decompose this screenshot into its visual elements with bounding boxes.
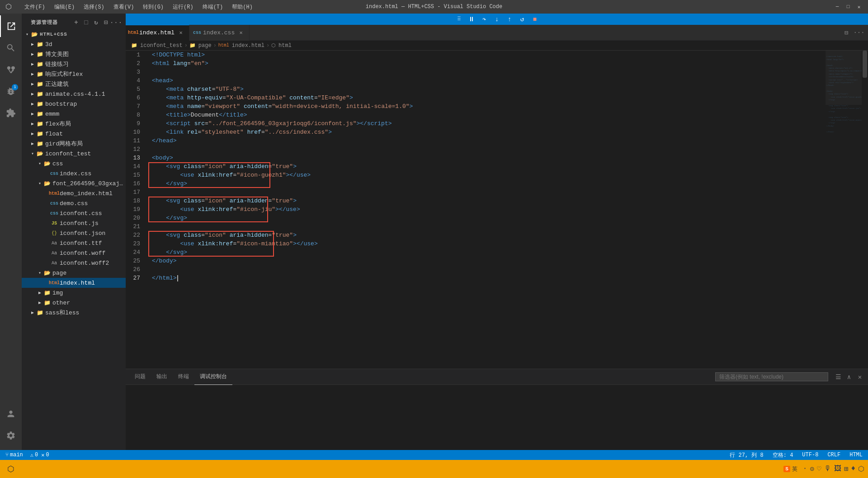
activity-debug[interactable]: 1: [0, 80, 22, 102]
status-language[interactable]: HTML: [848, 450, 864, 460]
tree-item-xiangying[interactable]: ▶ 📁 响应式和flex: [22, 69, 126, 79]
taskbar-sougou[interactable]: S 英: [780, 464, 801, 474]
split-editor-right[interactable]: ⊟: [841, 27, 852, 38]
more-tab-actions[interactable]: ···: [854, 27, 864, 38]
status-eol[interactable]: CRLF: [826, 450, 842, 460]
panel-tab-terminal[interactable]: 终端: [173, 369, 194, 385]
tree-item-bowenmeitu[interactable]: ▶ 📁 博文美图: [22, 49, 126, 59]
tree-root[interactable]: ▾ 📂 HTML+CSS: [22, 29, 126, 39]
tree-item-iconfont-woff2[interactable]: ▶ Aa iconfont.woff2: [22, 258, 126, 268]
close-button[interactable]: ✕: [855, 3, 863, 10]
tree-item-page-folder[interactable]: ▾ 📂 page: [22, 268, 126, 278]
new-file-button[interactable]: +: [72, 19, 80, 27]
tab-index-css[interactable]: css index.css ✕: [189, 25, 250, 41]
activity-settings[interactable]: [0, 425, 22, 446]
tree-item-iconfont-js[interactable]: ▶ JS iconfont.js: [22, 218, 126, 228]
debug-step-over[interactable]: ↷: [480, 15, 489, 24]
tab-close-index-css[interactable]: ✕: [237, 29, 245, 36]
status-position[interactable]: 行 27, 列 8: [728, 450, 765, 460]
tree-item-animate[interactable]: ▶ 📁 animate.css-4.1.1: [22, 89, 126, 99]
tree-item-iconfont-ttf[interactable]: ▶ Aa iconfont.ttf: [22, 238, 126, 248]
debug-restart[interactable]: ↺: [518, 15, 527, 24]
panel-action-collapse[interactable]: ∧: [844, 372, 854, 381]
taskbar-icon-4[interactable]: 🎙: [824, 464, 831, 473]
taskbar-icon-2[interactable]: ⊙: [810, 464, 814, 473]
minimize-button[interactable]: ─: [834, 3, 841, 10]
tree-item-iconfont-woff[interactable]: ▶ Aa iconfont.woff: [22, 248, 126, 258]
panel-action-list[interactable]: ☰: [834, 372, 843, 381]
menu-file[interactable]: 文件(F): [21, 2, 49, 12]
tree-item-bootstrap[interactable]: ▶ 📁 bootstrap: [22, 99, 126, 109]
activity-search[interactable]: [0, 37, 22, 59]
tree-item-emmm[interactable]: ▶ 📁 emmm: [22, 109, 126, 119]
activity-account[interactable]: [0, 403, 22, 425]
collapse-button[interactable]: ⊟: [102, 19, 110, 27]
activity-explorer[interactable]: [0, 15, 22, 37]
new-folder-button[interactable]: □: [82, 19, 90, 27]
code-area[interactable]: <!DOCTYPE html> <html lang="en"> <head> …: [148, 51, 826, 369]
taskbar-icon-8[interactable]: ⬡: [858, 464, 864, 473]
line-num-10: 10: [126, 128, 145, 136]
debug-step-out[interactable]: ↑: [505, 15, 514, 24]
tree-item-iconfont-css[interactable]: ▶ css iconfont.css: [22, 208, 126, 218]
status-errors[interactable]: ⚠ 0 ✕ 0: [28, 450, 51, 460]
status-branch[interactable]: ⑂ main: [4, 450, 25, 460]
status-indent[interactable]: 空格: 4: [771, 450, 795, 460]
drag-handle[interactable]: ⠿: [454, 15, 463, 24]
taskbar-icon-6[interactable]: ⊞: [844, 464, 849, 473]
refresh-button[interactable]: ↻: [92, 19, 100, 27]
breadcrumb-html[interactable]: html: [278, 42, 292, 49]
more-actions[interactable]: ···: [112, 19, 120, 27]
tree-item-index-css[interactable]: ▶ css index.css: [22, 169, 126, 178]
tree-item-other-folder[interactable]: ▶ 📁 other: [22, 298, 126, 308]
breadcrumb-iconfont-test[interactable]: iconfont_test: [140, 42, 183, 49]
taskbar-icon-7[interactable]: ♦: [851, 464, 855, 473]
breadcrumb-page[interactable]: page: [198, 42, 212, 49]
tree-item-iconfont-json[interactable]: ▶ {} iconfont.json: [22, 228, 126, 238]
taskbar-icon-1[interactable]: ·: [803, 464, 807, 473]
panel-action-close[interactable]: ✕: [855, 372, 864, 381]
activity-scm[interactable]: [0, 59, 22, 80]
panel-tab-debug[interactable]: 调试控制台: [194, 369, 232, 385]
tree-item-img-folder[interactable]: ▶ 📁 img: [22, 288, 126, 298]
tree-item-demo-css[interactable]: ▶ css demo.css: [22, 198, 126, 208]
icon-iconfont-json: {}: [51, 230, 58, 237]
tree-item-iconfont-test[interactable]: ▾ 📂 iconfont_test: [22, 149, 126, 159]
tree-item-demo-index[interactable]: ▶ html demo_index.html: [22, 188, 126, 198]
menu-view[interactable]: 查看(V): [110, 2, 138, 12]
tree-item-lianjie[interactable]: ▶ 📁 链接练习: [22, 59, 126, 69]
filter-input[interactable]: [715, 372, 828, 381]
maximize-button[interactable]: □: [844, 3, 852, 10]
breadcrumb-index-html[interactable]: index.html: [232, 42, 264, 49]
tree-item-font-folder[interactable]: ▾ 📂 font_2664596_03gxajr1oqg6: [22, 178, 126, 188]
tree-item-zhengda[interactable]: ▶ 📁 正达建筑: [22, 79, 126, 89]
tree-item-gird[interactable]: ▶ 📁 gird网格布局: [22, 139, 126, 149]
tree-item-index-html[interactable]: ▶ html index.html: [22, 278, 126, 288]
code-line-1: <!DOCTYPE html>: [152, 51, 826, 59]
tree-item-3d[interactable]: ▶ 📁 3d: [22, 39, 126, 49]
editor-scrollbar[interactable]: [862, 51, 868, 369]
tree-item-flexbuju[interactable]: ▶ 📁 flex布局: [22, 119, 126, 129]
taskbar-vscode[interactable]: ⬡: [4, 463, 18, 475]
menu-terminal[interactable]: 终端(T): [199, 2, 227, 12]
debug-step-into[interactable]: ↓: [492, 15, 501, 24]
menu-help[interactable]: 帮助(H): [228, 2, 256, 12]
panel-tab-problems[interactable]: 问题: [129, 369, 151, 385]
tree-item-sassandless[interactable]: ▶ 📁 sass和less: [22, 308, 126, 318]
vscode-logo: ⬡: [5, 2, 12, 11]
status-encoding[interactable]: UTF-8: [800, 450, 820, 460]
tree-item-float[interactable]: ▶ 📁 float: [22, 129, 126, 139]
menu-select[interactable]: 选择(S): [80, 2, 108, 12]
tab-index-html[interactable]: html index.html ✕: [126, 25, 189, 41]
menu-run[interactable]: 运行(R): [169, 2, 197, 12]
panel-tab-output[interactable]: 输出: [151, 369, 173, 385]
activity-extensions[interactable]: [0, 102, 22, 124]
tree-item-css-folder[interactable]: ▾ 📂 css: [22, 159, 126, 169]
tab-close-index-html[interactable]: ✕: [177, 29, 184, 37]
debug-stop[interactable]: ■: [530, 15, 539, 24]
debug-pause[interactable]: ⏸: [467, 15, 476, 24]
menu-edit[interactable]: 编辑(E): [51, 2, 79, 12]
taskbar-icon-5[interactable]: 🖼: [834, 464, 841, 473]
taskbar-icon-3[interactable]: ♡: [817, 464, 821, 473]
menu-goto[interactable]: 转到(G): [139, 2, 167, 12]
